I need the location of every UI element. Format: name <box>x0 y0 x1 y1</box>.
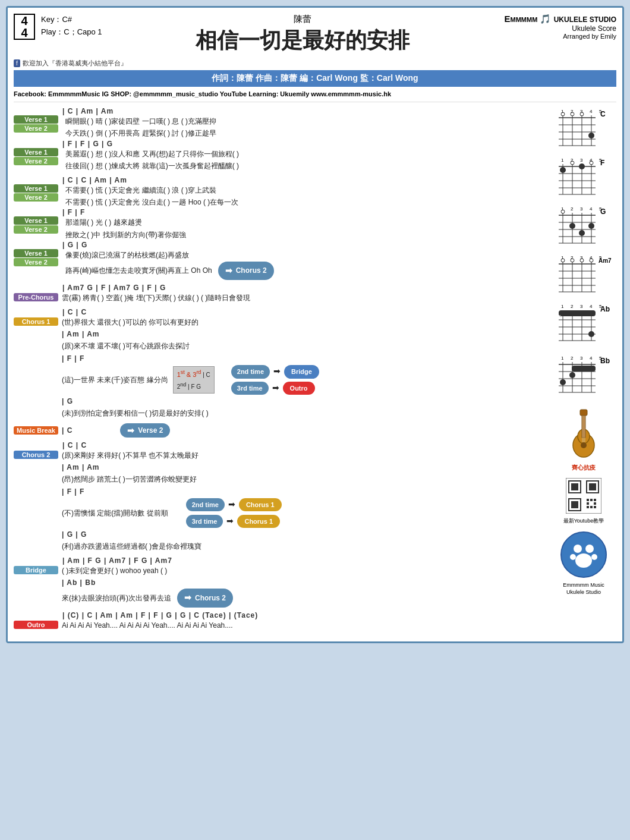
chorus2-arrow-btn[interactable]: ➡ Chorus 2 <box>218 262 274 281</box>
verse-lines-4: 那道陽( ) 光 ( ) 越來越燙 挫敗之( )中 找到新的方向(帶)著你倔強 <box>65 216 546 241</box>
chord-Am7: 1 2 3 4 5 <box>551 253 616 297</box>
bridge-label: Bridge <box>14 566 58 574</box>
svg-rect-110 <box>572 366 596 372</box>
verse-block-2: | C | C | Am | Am Verse 1 Verse 2 不需要( )… <box>14 176 546 281</box>
musicbreak-row: Music Break | C ➡ Verse 2 <box>14 423 546 438</box>
guitar-caption: 齊心抗疫 <box>551 464 616 472</box>
svg-point-53 <box>569 223 575 229</box>
svg-text:4: 4 <box>590 304 593 309</box>
verse1-lyric-1: 瞬開眼( ) 晴 ( )家徒四壁 一口嘆( ) 息 ( )充滿壓抑 <box>65 115 546 127</box>
svg-rect-115 <box>580 410 587 416</box>
svg-text:3: 3 <box>580 355 583 361</box>
verse1-lyric-2: 美麗遐( ) 想 ( )沒人和應 又再(想)起了只得你一個旅程( ) <box>65 148 546 160</box>
repeat-2nd: 2nd | F G <box>177 380 210 392</box>
verse2-label: Verse 2 <box>14 124 58 133</box>
credits-bar: 作詞：陳蕾 作曲：陳蕾 編：Carl Wong 監：Carl Wong <box>14 70 616 87</box>
svg-rect-131 <box>594 502 596 505</box>
svg-text:Bb: Bb <box>600 357 610 365</box>
svg-point-17 <box>588 133 594 139</box>
2nd-time-box: 2nd time <box>231 365 270 379</box>
main-container: 4 4 Key：C# Play：C；Capo 1 陳蕾 相信一切是最好的安排 E… <box>6 6 624 643</box>
verse1-label-5: Verse 1 <box>14 249 58 257</box>
verse1-label-2: Verse 1 <box>14 148 58 156</box>
title-center: 陳蕾 相信一切是最好的安排 <box>108 14 497 55</box>
chorus2-lines: (原)來剛好 來得好( )不算早 也不算太晚最好 | Am | Am (昂)然闊… <box>62 449 546 553</box>
artist-name: 陳蕾 <box>108 14 497 25</box>
repeat-1st3rd: 1st & 3rd | C <box>177 368 210 380</box>
verse1-lyric-3: 不需要( ) 慌 ( )天定會光 繼續流( ) 浪 ( )穿上武裝 <box>65 184 546 196</box>
verse1-lyric-5: 像要(燒)滾已澆濕了的枯枝燃(起)再盛放 <box>65 249 546 261</box>
svg-text:C: C <box>600 110 606 118</box>
prechorus-lines: 雲(霧) 將青( ) 空蓋( )掩 埋(下)天際( ) 伏線( ) ( )隨時日… <box>62 292 546 304</box>
chord-Bb-diagram: 1 2 3 4 5 <box>554 354 613 398</box>
fb-icon: f <box>14 59 20 67</box>
outro-row: Outro Ai Ai Ai Ai Yeah.... Ai Ai Ai Ai Y… <box>14 619 546 631</box>
chord-C-diagram: 1 2 3 4 5 <box>554 107 613 149</box>
bridge-chorus2-btn[interactable]: ➡ Chorus 2 <box>177 589 233 608</box>
svg-rect-128 <box>590 499 593 501</box>
chorus2-nav-arrow-2nd: ➡ <box>228 498 235 512</box>
logo-area: Emmmmm Music Ukulele Studio <box>551 531 616 596</box>
prechorus-chords: | Am7 G | F | Am7 G | F | G <box>14 284 546 292</box>
chorus2-nav-row-2nd: 2nd time ➡ Chorus 1 <box>186 498 282 512</box>
musicbreak-label: Music Break <box>14 426 58 435</box>
verse1-lyric-4: 那道陽( ) 光 ( ) 越來越燙 <box>65 216 546 228</box>
social-bar: Facebook: EmmmmmMusic IG SHOP: @emmmmm_m… <box>14 90 616 102</box>
svg-text:G: G <box>600 207 606 216</box>
svg-point-137 <box>585 545 594 553</box>
3rd-time-box: 3rd time <box>231 382 269 395</box>
chord-G: 1 2 3 4 5 <box>551 205 616 248</box>
verse-labels-2: Verse 1 Verse 2 <box>14 148 62 165</box>
svg-text:—: — <box>556 312 561 317</box>
verse-row-4: Verse 1 Verse 2 那道陽( ) 光 ( ) 越來越燙 挫敗之( )… <box>14 216 546 241</box>
svg-text:3: 3 <box>580 206 583 212</box>
svg-text:4: 4 <box>590 206 593 212</box>
svg-text:2: 2 <box>571 304 574 309</box>
outro-lines: Ai Ai Ai Ai Yeah.... Ai Ai Ai Ai Yeah...… <box>62 619 546 631</box>
qr-code-svg <box>566 478 601 514</box>
facebook-bar: f 歡迎加入『香港葛威夷小結他平台』 <box>14 59 616 68</box>
chorus2-nav-arrow-3rd: ➡ <box>226 514 234 528</box>
verse1-label: Verse 1 <box>14 115 58 124</box>
logo-svg <box>560 531 607 578</box>
chord-F-diagram: 1 2 3 4 5 <box>554 156 613 197</box>
svg-rect-126 <box>571 501 578 508</box>
verse2-lyric-2: 往後回( ) 想 ( )煉成大將 就靠(這)一次孤身奮起裡醞釀( ) <box>65 160 546 172</box>
chord-diagrams-sidebar: 1 2 3 4 5 <box>551 107 616 635</box>
chorus1-row: Chorus 1 (世)界很大 還很大( )可以的 你可以有更好的 | Am |… <box>14 316 546 420</box>
svg-rect-129 <box>594 499 596 501</box>
bridge-lines: ( )未到定會更好( ) wohoo yeah ( ) | Ab | Bb 來(… <box>62 565 546 608</box>
guitar-decoration: 齊心抗疫 <box>551 407 616 472</box>
verse2-label-5: Verse 2 <box>14 258 58 266</box>
chord-line-5: | G | G <box>14 241 546 249</box>
qr-code-area: 最新Youtube教學 <box>551 478 616 525</box>
svg-point-139 <box>570 554 576 560</box>
outro-chords: | (C) | C | Am | Am | F | F | G | G | C … <box>14 611 546 619</box>
chord-line-3: | C | C | Am | Am <box>14 176 546 184</box>
svg-point-140 <box>591 554 597 560</box>
chord-G-diagram: 1 2 3 4 5 <box>554 205 613 246</box>
arrow-icon: ➡ <box>225 264 232 278</box>
verse-block-1: | C | Am | Am Verse 1 Verse 2 瞬開眼( ) 晴 (… <box>14 107 546 172</box>
verse-lines-5: 像要(燒)滾已澆濕了的枯枝燃(起)再盛放 路再(崎)嶇也懂怎去走咬實牙(關)再直… <box>65 249 546 280</box>
svg-text:1: 1 <box>561 158 564 163</box>
svg-text:4: 4 <box>590 109 593 114</box>
verse2-arrow-btn[interactable]: ➡ Verse 2 <box>120 423 170 438</box>
chorus2-chorus1-dest-1: Chorus 1 <box>239 498 282 512</box>
verse-lines-3: 不需要( ) 慌 ( )天定會光 繼續流( ) 浪 ( )穿上武裝 不需要( )… <box>65 184 546 209</box>
header-area: 4 4 Key：C# Play：C；Capo 1 陳蕾 相信一切是最好的安排 E… <box>14 14 616 55</box>
verse-lines-2: 美麗遐( ) 想 ( )沒人和應 又再(想)起了只得你一個旅程( ) 往後回( … <box>65 148 546 172</box>
verse-labels-4: Verse 1 Verse 2 <box>14 216 62 234</box>
arrow-icon-2: ➡ <box>127 426 134 435</box>
svg-point-138 <box>575 553 592 568</box>
chord-F: 1 2 3 4 5 <box>551 156 616 200</box>
verse-row-5: Verse 1 Verse 2 像要(燒)滾已澆濕了的枯枝燃(起)再盛放 路再(… <box>14 249 546 280</box>
chorus2-nav-row-3rd: 3rd time ➡ Chorus 1 <box>186 514 282 528</box>
time-signature: 4 4 <box>14 14 35 40</box>
chord-C: 1 2 3 4 5 <box>551 107 616 151</box>
svg-text:1: 1 <box>561 355 564 361</box>
svg-point-54 <box>579 230 585 236</box>
svg-point-109 <box>569 372 575 378</box>
verse2-label-4: Verse 2 <box>14 225 58 234</box>
verse-labels-3: Verse 1 Verse 2 <box>14 184 62 202</box>
